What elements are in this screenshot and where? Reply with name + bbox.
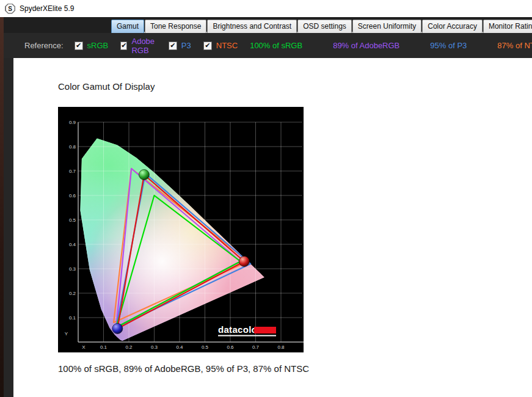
svg-text:0.5: 0.5: [69, 217, 76, 223]
svg-text:X: X: [82, 344, 86, 350]
svg-text:0.5: 0.5: [202, 344, 209, 350]
svg-text:0.1: 0.1: [100, 344, 107, 350]
svg-text:0.3: 0.3: [69, 266, 76, 272]
reference-label: Reference:: [24, 41, 64, 50]
svg-text:0.8: 0.8: [277, 344, 285, 350]
tab-osd-settings[interactable]: OSD settings: [297, 20, 352, 33]
svg-text:0.8: 0.8: [69, 144, 76, 150]
window-title: SpyderXElite 5.9: [20, 4, 74, 13]
tab-screen-uniformity[interactable]: Screen Uniformity: [352, 20, 421, 33]
reference-option-ntsc: ✔NTSC: [203, 41, 238, 50]
svg-text:0.7: 0.7: [252, 344, 260, 350]
coverage-87-of-ntsc: 87% of NTSC: [497, 41, 532, 50]
app-window: S SpyderXElite 5.9 GamutTone ResponseBri…: [0, 0, 532, 397]
title-bar: S SpyderXElite 5.9: [0, 0, 532, 17]
coverage-95-of-p3: 95% of P3: [430, 41, 467, 50]
tab-gamut[interactable]: Gamut: [111, 20, 144, 33]
chart-title: Color Gamut Of Display: [58, 81, 155, 92]
checkbox-label-adobe-rgb: Adobe RGB: [131, 37, 156, 55]
checkbox-ntsc[interactable]: ✔: [203, 42, 212, 50]
reference-option-srgb: ✔sRGB: [75, 41, 109, 50]
checkbox-label-p3: P3: [181, 41, 191, 50]
reference-bar: Reference: ✔sRGB✔Adobe RGB✔P3✔NTSC 100% …: [4, 33, 532, 58]
svg-text:0.1: 0.1: [69, 315, 76, 321]
display-primary-marker-0: [239, 257, 249, 267]
svg-text:0.4: 0.4: [69, 242, 76, 247]
svg-text:0.6: 0.6: [227, 344, 234, 350]
checkbox-adobe-rgb[interactable]: ✔: [120, 42, 127, 50]
display-primary-marker-1: [139, 170, 149, 180]
coverage-100-of-srgb: 100% of sRGB: [250, 41, 302, 50]
svg-text:0.7: 0.7: [69, 169, 76, 174]
tab-color-accuracy[interactable]: Color Accuracy: [422, 20, 483, 33]
coverage-89-of-adobergb: 89% of AdobeRGB: [333, 41, 399, 50]
checkbox-p3[interactable]: ✔: [169, 42, 177, 50]
svg-text:0.2: 0.2: [69, 291, 76, 296]
checkbox-label-srgb: sRGB: [87, 41, 109, 50]
checkbox-srgb[interactable]: ✔: [75, 42, 83, 50]
display-primary-marker-2: [112, 324, 123, 334]
left-gutter: [4, 17, 13, 397]
svg-text:0.3: 0.3: [151, 344, 158, 350]
svg-text:0.9: 0.9: [69, 120, 76, 125]
svg-text:0.4: 0.4: [176, 344, 183, 350]
spyder-logo-icon: S: [5, 4, 15, 14]
content-panel: Color Gamut Of Display 0.10.20.30.40.50.…: [13, 58, 532, 397]
svg-text:0.6: 0.6: [69, 193, 76, 198]
gamut-chart: 0.10.20.30.40.50.60.70.8X0.10.20.30.40.5…: [58, 107, 304, 352]
coverage-summary: 100% of sRGB89% of AdobeRGB95% of P387% …: [250, 41, 532, 50]
checkbox-label-ntsc: NTSC: [216, 41, 238, 50]
svg-text:Y: Y: [65, 331, 68, 337]
gamut-chart-svg: 0.10.20.30.40.50.60.70.8X0.10.20.30.40.5…: [58, 107, 304, 352]
tab-bar: GamutTone ResponseBrightness and Contras…: [4, 17, 532, 33]
tab-brightness-and-contrast[interactable]: Brightness and Contrast: [207, 20, 297, 33]
reference-option-p3: ✔P3: [169, 41, 191, 50]
tab-monitor-rating[interactable]: Monitor Rating: [483, 20, 532, 33]
coverage-caption: 100% of sRGB, 89% of AdobeRGB, 95% of P3…: [58, 363, 309, 374]
svg-text:0.2: 0.2: [125, 344, 133, 350]
tab-tone-response[interactable]: Tone Response: [145, 20, 206, 33]
reference-option-adobe-rgb: ✔Adobe RGB: [120, 37, 156, 55]
